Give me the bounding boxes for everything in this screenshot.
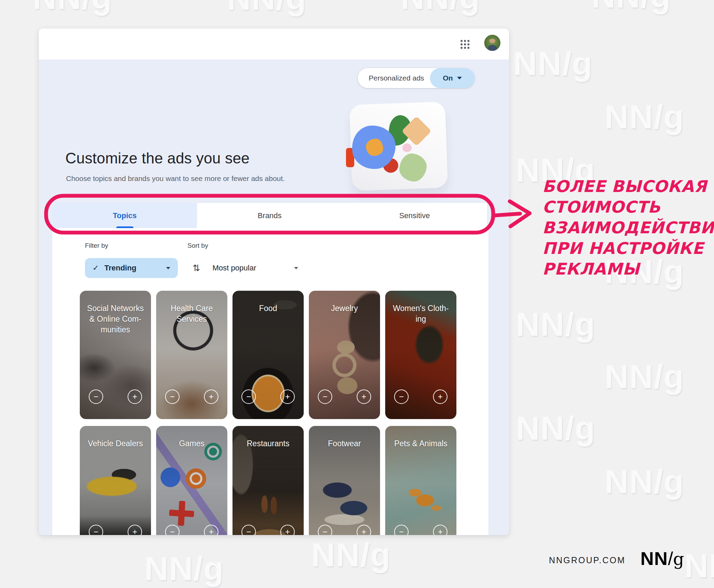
nng-watermark: NN/g — [605, 358, 684, 396]
topic-card[interactable]: Pets & Animals − + — [385, 426, 456, 535]
nng-watermark: NN/g — [144, 550, 224, 588]
fewer-ads-button[interactable]: − — [165, 389, 180, 404]
sort-value: Most popular — [200, 264, 256, 272]
tab-brands-label: Brands — [258, 211, 282, 220]
topic-card[interactable]: Vehicle Dealers − + — [80, 426, 151, 535]
filter-value: Trending — [99, 264, 166, 272]
page-subtitle: Choose topics and brands you want to see… — [66, 174, 285, 183]
personalized-ads-state[interactable]: On — [430, 68, 475, 88]
nng-logo: NN/g — [640, 548, 684, 569]
topic-card[interactable]: Footwear − + — [309, 426, 380, 535]
ads-settings-window: Personalized ads On Customize the ads yo… — [39, 29, 509, 535]
toggle-state-text: On — [443, 74, 453, 82]
chevron-down-icon — [166, 267, 170, 269]
apps-grid-icon[interactable] — [460, 39, 469, 49]
topic-label: Women's Cloth- ing — [385, 303, 456, 324]
tab-bar: Topics Brands Sensitive — [52, 203, 487, 228]
fewer-ads-button[interactable]: − — [89, 389, 103, 404]
chevron-down-icon — [457, 77, 462, 79]
annotation-line: БОЛЕЕ ВЫСОКАЯ — [542, 176, 714, 197]
ads-illustration — [345, 101, 448, 193]
personalized-ads-toggle[interactable]: Personalized ads On — [358, 68, 475, 88]
nng-watermark: NN/g — [684, 547, 714, 585]
tab-brands[interactable]: Brands — [197, 203, 342, 228]
nng-logo-g: g — [673, 549, 684, 569]
topic-label: Health Care Services — [156, 303, 227, 324]
checkmark-icon: ✓ — [85, 264, 99, 272]
annotation-note: БОЛЕЕ ВЫСОКАЯ СТОИМОСТЬ ВЗАИМОДЕЙСТВИЯ П… — [542, 176, 714, 279]
top-bar — [39, 29, 509, 60]
tab-topics-label: Topics — [113, 211, 137, 220]
nng-watermark: NN/g — [227, 0, 307, 17]
illustration-orange-blob — [366, 139, 383, 156]
topic-card[interactable]: Food − + — [232, 291, 304, 419]
nng-watermark: NN/g — [516, 409, 596, 447]
topics-panel: Filter by Sort by ✓ Trending ⇅ Most popu… — [52, 228, 488, 535]
illustration-pink-dot — [402, 143, 412, 152]
filter-trending-chip[interactable]: ✓ Trending — [85, 258, 178, 278]
fewer-ads-button[interactable]: − — [241, 389, 256, 404]
annotation-line: ВЗАИМОДЕЙСТВИЯ — [542, 217, 714, 238]
topic-label: Social Networks & Online Com- munities — [80, 303, 151, 335]
annotation-line: ПРИ НАСТРОЙКЕ — [542, 238, 714, 259]
more-ads-button[interactable]: + — [204, 389, 218, 404]
nng-watermark: NN/g — [401, 0, 480, 17]
topic-card[interactable]: Health Care Services − + — [156, 291, 227, 419]
annotation-line: СТОИМОСТЬ — [542, 197, 714, 217]
topic-label: Footwear — [309, 438, 380, 449]
topic-label: Pets & Animals — [385, 438, 456, 449]
more-ads-button[interactable]: + — [357, 389, 371, 404]
tab-topics[interactable]: Topics — [52, 203, 197, 228]
avatar[interactable] — [484, 35, 500, 51]
nngroup-site-text: NNGROUP.COM — [549, 555, 626, 565]
annotation-arrow-head — [510, 201, 530, 226]
topic-label: Games — [156, 438, 227, 449]
topic-card[interactable]: Social Networks & Online Com- munities −… — [80, 291, 151, 419]
topic-label: Vehicle Dealers — [80, 438, 151, 449]
nng-logo-nn: NN — [640, 548, 668, 569]
topic-card[interactable]: Women's Cloth- ing − + — [385, 291, 456, 419]
topic-label: Food — [232, 303, 304, 314]
nng-logo-slash: / — [668, 548, 673, 569]
topic-label: Jewelry — [309, 303, 380, 314]
chevron-down-icon — [294, 267, 298, 269]
nng-watermark: NN/g — [513, 45, 593, 83]
fewer-ads-button[interactable]: − — [394, 389, 409, 404]
nng-watermark: NN/g — [516, 306, 596, 343]
sort-by-label: Sort by — [187, 242, 208, 249]
topics-grid: Social Networks & Online Com- munities −… — [80, 291, 456, 535]
more-ads-button[interactable]: + — [280, 389, 295, 404]
topic-card[interactable]: Jewelry − + — [309, 291, 380, 419]
nng-watermark: NN/g — [605, 98, 684, 136]
topic-card[interactable]: Games − + — [156, 426, 227, 535]
topic-card[interactable]: Restaurants − + — [232, 426, 304, 535]
page: NN/g NN/g NN/g NN/g NN/g NN/g NN/g NN/g … — [0, 0, 714, 588]
page-title: Customize the ads you see — [65, 150, 250, 167]
nng-watermark: NN/g — [311, 536, 391, 574]
tab-sensitive[interactable]: Sensitive — [342, 203, 487, 228]
nng-watermark: NN/g — [605, 463, 684, 501]
nng-watermark: NN/g — [592, 0, 671, 15]
more-ads-button[interactable]: + — [433, 389, 447, 404]
topic-label: Restaurants — [232, 438, 304, 449]
sort-arrows-icon: ⇅ — [193, 263, 200, 273]
filter-by-label: Filter by — [85, 242, 108, 249]
more-ads-button[interactable]: + — [128, 389, 142, 404]
fewer-ads-button[interactable]: − — [318, 389, 332, 404]
sort-dropdown[interactable]: ⇅ Most popular — [193, 261, 298, 275]
personalized-ads-label: Personalized ads — [358, 74, 430, 82]
tab-sensitive-label: Sensitive — [399, 211, 430, 220]
nng-watermark: NN/g — [33, 0, 112, 17]
annotation-line: РЕКЛАМЫ — [542, 259, 714, 279]
